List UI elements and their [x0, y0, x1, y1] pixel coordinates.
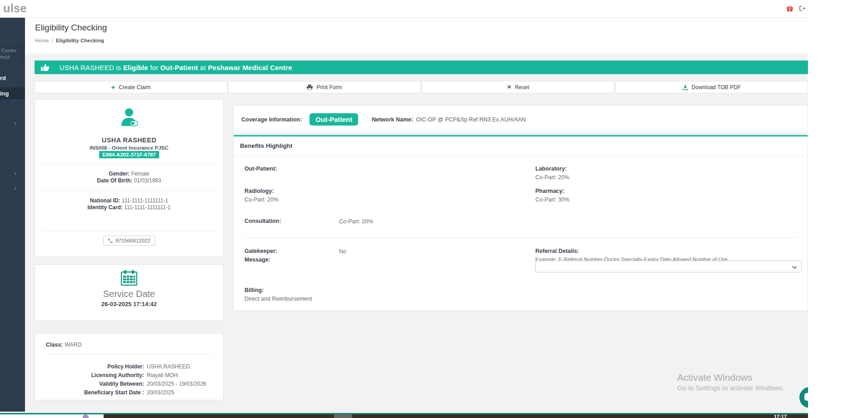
benefit-radiology-value: Co-Part: 20% — [244, 196, 279, 203]
patient-card-number-badge: E984-A202-371F-6787 — [99, 151, 159, 158]
patient-identity-card-row: Identity Card: 111-1111-1111111-1 — [35, 204, 223, 211]
taskbar-app-icon[interactable] — [83, 414, 89, 418]
app-logo: ulse — [3, 2, 27, 15]
service-date-card: Service Date 26-03-2025 17:14:42 — [35, 264, 224, 321]
divider — [244, 237, 797, 238]
taskbar-dark-segment — [104, 414, 808, 418]
benefit-pharmacy-label: Pharmacy: — [535, 188, 564, 194]
referral-details-label: Referral Details: — [535, 248, 579, 254]
download-icon — [683, 85, 688, 90]
patient-phone-chip[interactable]: 971566812022 — [103, 236, 155, 246]
download-tob-label: Download TOB PDF — [692, 84, 741, 91]
chevron-left-icon[interactable]: ‹ — [15, 120, 16, 126]
gatekeeper-label: Gatekeeper: — [244, 248, 277, 254]
coverage-type-badge: Out-Patient — [309, 113, 358, 126]
print-form-label: Print Form — [316, 84, 342, 91]
breadcrumb-separator: / — [52, 38, 53, 43]
action-button-row: + Create Claim Print Form ✕ Reset — [35, 81, 808, 93]
sidebar-user-text: mcd — [0, 54, 10, 60]
download-tob-pdf-button[interactable]: Download TOB PDF — [615, 81, 808, 93]
licensing-authority-row: Licensing Authority:Riayati MOH — [35, 372, 223, 378]
billing-value: Direct and Reimbursement — [244, 296, 312, 302]
breadcrumb-home[interactable]: Home — [35, 38, 49, 43]
benefits-highlight-panel: Benefits Highlight Out-Patient: Laborato… — [233, 135, 808, 311]
phone-icon — [108, 238, 113, 243]
patient-avatar-icon — [118, 107, 140, 129]
coverage-info-panel: Coverage Information: Out-Patient Networ… — [233, 105, 808, 134]
browser-viewport: ulse Logout — [0, 0, 808, 418]
patient-gender-row: Gender: Female — [35, 171, 223, 177]
taskbar-clock: 17:17 — [774, 414, 787, 418]
message-label: Message: — [244, 257, 270, 263]
plus-icon: + — [111, 84, 115, 91]
sidebar-item-dashboard[interactable]: rd — [0, 75, 6, 81]
benefit-consultation-value: Co-Part: 20% — [339, 218, 373, 225]
gift-icon[interactable] — [787, 5, 793, 11]
service-date-title: Service Date — [35, 289, 223, 299]
policy-holder-row: Policy Holder:USHA.RASHEED. — [35, 363, 223, 370]
patient-card: USHA RASHEED INS008 - Orient Insurance P… — [35, 99, 224, 257]
benefit-radiology-label: Radiology: — [244, 188, 274, 194]
create-claim-button[interactable]: + Create Claim — [35, 81, 227, 93]
x-icon: ✕ — [507, 85, 511, 90]
benefit-pharmacy-value: Co-Part: 30% — [535, 196, 569, 203]
policy-card: Class: WARD Policy Holder:USHA.RASHEED. … — [35, 333, 224, 400]
chat-widget-button[interactable] — [799, 387, 808, 408]
chat-message-icon — [804, 393, 808, 401]
divider — [42, 190, 216, 191]
benefit-consultation-label: Consultation: — [244, 218, 281, 224]
eligibility-message: USHA RASHEED is Eligible for Out-Patient… — [60, 64, 292, 71]
page-title: Eligibility Checking — [35, 23, 107, 33]
network-name-label: Network Name: — [372, 116, 413, 123]
sidebar-item-eligibility-checking[interactable]: ing — [0, 90, 9, 97]
breadcrumb: Home/Eligibility Checking — [35, 38, 104, 43]
activate-windows-subtext: Go to Settings to activate Windows. — [677, 384, 785, 392]
divider — [42, 163, 216, 164]
top-bar: ulse Logout — [0, 0, 808, 18]
benefits-title: Benefits Highlight — [240, 142, 293, 149]
chevron-down-icon — [792, 264, 797, 269]
reset-label: Reset — [515, 84, 529, 91]
chevron-left-icon[interactable]: ‹ — [15, 170, 16, 176]
sidebar: Centre mcd rd ing ‹ ‹ ‹ — [0, 18, 25, 412]
patient-insurer: INS008 - Orient Insurance PJSC — [35, 145, 223, 151]
thumbs-up-icon — [41, 64, 50, 71]
logout-button[interactable]: Logout — [799, 5, 808, 12]
referral-details-select[interactable] — [535, 261, 802, 272]
benefit-laboratory-value: Co-Part: 20% — [535, 174, 569, 181]
calendar-icon — [121, 270, 137, 286]
eligibility-banner: USHA RASHEED is Eligible for Out-Patient… — [35, 60, 808, 74]
screen: ulse Logout — [0, 0, 868, 418]
patient-name: USHA RASHEED — [35, 136, 223, 144]
network-name-value: OIC-OP @ PCP&Sp Ref RN3 Ex.AUH/AAN — [416, 116, 526, 123]
logout-icon — [799, 5, 805, 11]
activate-windows-text: Activate Windows — [677, 372, 753, 383]
beneficiary-start-row: Beneficiary Start Date :20/03/2025 — [35, 389, 223, 396]
printer-icon — [307, 85, 313, 90]
logout-label: Logout — [808, 5, 808, 12]
print-form-button[interactable]: Print Form — [228, 81, 421, 93]
taskbar-gray-segment — [334, 414, 352, 418]
sidebar-provider-text: Centre — [1, 48, 16, 53]
divider — [234, 155, 808, 156]
create-claim-label: Create Claim — [119, 84, 150, 91]
chevron-left-icon[interactable]: ‹ — [15, 185, 16, 191]
divider — [42, 231, 216, 231]
gatekeeper-value: No — [339, 248, 346, 255]
benefit-laboratory-label: Laboratory: — [535, 166, 567, 172]
coverage-info-label: Coverage Information: — [241, 116, 302, 123]
patient-national-id-row: National ID: 111-1111-1111111-1 — [35, 197, 223, 204]
divider — [46, 354, 212, 354]
validity-between-row: Validity Between:20/03/2025 - 19/03/2026 — [35, 381, 223, 387]
benefit-outpatient-label: Out-Patient: — [244, 166, 277, 172]
reset-button[interactable]: ✕ Reset — [422, 81, 614, 93]
patient-dob-row: Date Of Birth: 01/03/1993 — [35, 177, 223, 184]
breadcrumb-current: Eligibility Checking — [56, 38, 104, 43]
billing-label: Billing: — [244, 287, 264, 293]
service-date-value: 26-03-2025 17:14:42 — [35, 301, 223, 307]
class-row: Class: WARD — [46, 342, 82, 348]
patient-phone: 971566812022 — [115, 238, 150, 243]
page-header: Eligibility Checking Home/Eligibility Ch… — [25, 18, 808, 54]
